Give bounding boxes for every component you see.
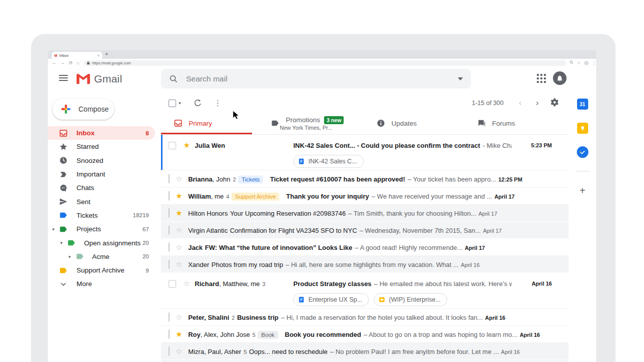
tab-forums[interactable]: Forums bbox=[464, 112, 515, 135]
sidebar-item-inbox[interactable]: Inbox 8 bbox=[48, 126, 155, 140]
more-options-icon[interactable]: ⋮ bbox=[214, 99, 222, 108]
address-bar[interactable]: https://mail.google.com bbox=[84, 60, 566, 66]
email-checkbox[interactable] bbox=[169, 329, 170, 339]
email-row[interactable]: ☆ Peter, Shalini2 Business trip– Hi, I m… bbox=[161, 309, 569, 326]
attachment-chip[interactable]: Enterprise UX Sp... bbox=[293, 293, 369, 306]
label-chip[interactable]: Book bbox=[258, 331, 278, 339]
attachment-chip[interactable]: (WIP) Enterprise... bbox=[374, 293, 447, 306]
google-apps-grid-icon[interactable] bbox=[537, 74, 546, 83]
sender-name-bold: Peter, Shalini bbox=[188, 314, 229, 321]
collapse-triangle-icon[interactable]: ▾ bbox=[51, 227, 56, 232]
keep-icon[interactable] bbox=[577, 123, 588, 134]
browser-menu-icon[interactable]: ⋮ bbox=[592, 61, 596, 65]
email-checkbox[interactable] bbox=[169, 259, 170, 269]
star-toggle-icon[interactable]: ☆ bbox=[176, 174, 182, 183]
sidebar-item-tickets[interactable]: Tickets 18219 bbox=[48, 209, 155, 222]
email-row[interactable]: ☆ Richard, Matthew, me3 Product Strategy… bbox=[161, 273, 569, 309]
browser-toolbar: ← → ⟳ ⌂ https://mail.google.com ☆ ⋮ bbox=[48, 59, 596, 67]
select-all-checkbox[interactable] bbox=[169, 100, 176, 107]
compose-button[interactable]: Compose bbox=[52, 99, 114, 120]
sidebar-item-acme[interactable]: ▸ Acme 20 bbox=[48, 250, 155, 263]
star-toggle-icon[interactable]: ☆ bbox=[176, 260, 182, 268]
star-toggle-icon[interactable]: ☆ bbox=[176, 226, 182, 234]
sidebar-item-sent[interactable]: Sent bbox=[48, 195, 155, 208]
home-icon[interactable]: ⌂ bbox=[77, 59, 79, 67]
tasks-icon[interactable] bbox=[577, 146, 588, 158]
collapse-triangle-icon[interactable]: ▾ bbox=[59, 240, 64, 245]
sidebar-item-more[interactable]: More bbox=[48, 277, 155, 291]
settings-gear-icon[interactable] bbox=[550, 98, 559, 109]
refresh-icon[interactable] bbox=[193, 99, 202, 108]
search-options-caret-icon[interactable] bbox=[458, 77, 463, 80]
email-checkbox[interactable] bbox=[169, 280, 176, 288]
search-bar[interactable] bbox=[161, 69, 471, 88]
notifications-bell-icon[interactable] bbox=[553, 71, 567, 85]
close-icon[interactable]: × bbox=[97, 53, 100, 58]
email-sender: Richard, Matthew, me3 bbox=[195, 280, 293, 288]
forward-icon[interactable]: → bbox=[60, 59, 65, 67]
expand-triangle-icon[interactable]: ▸ bbox=[67, 254, 72, 259]
sidebar-item-chats[interactable]: Chats bbox=[48, 181, 155, 195]
email-row[interactable]: ★ William, me4 Support Archive Thank you… bbox=[161, 188, 569, 205]
get-addons-plus-icon[interactable]: + bbox=[580, 185, 586, 197]
email-checkbox[interactable] bbox=[169, 312, 170, 322]
back-icon[interactable]: ← bbox=[52, 59, 56, 67]
label-chip[interactable]: Support Archive bbox=[231, 193, 279, 201]
sidebar-item-starred[interactable]: Starred bbox=[48, 140, 155, 153]
tab-promotions[interactable]: Promotions 3 new New York Times, Pr... bbox=[258, 112, 344, 135]
email-row[interactable]: ★ Hilton Honors Your Upcoming Reservatio… bbox=[161, 205, 569, 222]
sidebar-item-snoozed[interactable]: Snoozed bbox=[48, 154, 155, 167]
email-row[interactable]: ☆ Mizra, Paul, Asher5 Oops... need to re… bbox=[161, 343, 569, 360]
email-checkbox[interactable] bbox=[169, 346, 170, 356]
email-checkbox[interactable] bbox=[169, 208, 170, 218]
bookmark-star-icon[interactable]: ☆ bbox=[577, 61, 581, 65]
reload-icon[interactable]: ⟳ bbox=[69, 59, 73, 67]
browser-tab[interactable]: M Inbox × bbox=[52, 52, 102, 59]
sidebar-item-open-assignments[interactable]: ▾ Open assignments 20 bbox=[48, 236, 155, 249]
email-snippet: – Hi all, here are some highlights from … bbox=[286, 261, 459, 268]
star-toggle-icon[interactable]: ★ bbox=[176, 330, 182, 338]
email-row[interactable]: ☆ Brianna, John2 Tickets Ticket request … bbox=[161, 170, 569, 188]
star-toggle-icon[interactable]: ☆ bbox=[176, 347, 182, 355]
star-toggle-icon[interactable]: ☆ bbox=[182, 279, 191, 288]
email-date: 5:23 PM bbox=[512, 142, 552, 148]
email-checkbox[interactable] bbox=[169, 142, 176, 149]
sidebar-item-support-archive[interactable]: Support Archive 9 bbox=[48, 263, 155, 277]
email-snippet: – Your ticket has been appro... bbox=[408, 175, 496, 183]
search-input[interactable] bbox=[185, 74, 458, 84]
email-checkbox[interactable] bbox=[169, 225, 170, 235]
calendar-icon[interactable]: 31 bbox=[577, 99, 588, 110]
url-text: https://mail.google.com bbox=[92, 61, 131, 65]
select-caret-icon[interactable]: ▾ bbox=[179, 101, 181, 106]
label-chip[interactable]: Tickets bbox=[238, 175, 263, 184]
tab-primary[interactable]: Primary bbox=[161, 112, 212, 135]
email-row[interactable]: ☆ Jack FW: What “the future of innovatio… bbox=[161, 239, 569, 256]
email-checkbox[interactable] bbox=[169, 174, 170, 184]
email-subject: Oops... need to reschedule bbox=[249, 348, 328, 355]
email-row[interactable]: ★ Julia Wen INK-42 Sales Cont... - Could… bbox=[161, 135, 569, 170]
older-page-chevron-icon[interactable]: › bbox=[529, 99, 546, 108]
email-row[interactable]: ☆ Virgin Atlantic Confirmation for Fligh… bbox=[161, 222, 569, 239]
email-row[interactable]: ☆ Xander Photos from my road trip– Hi al… bbox=[161, 256, 569, 273]
newer-page-chevron-icon[interactable]: ‹ bbox=[512, 99, 529, 108]
sidebar-item-label: More bbox=[76, 280, 92, 288]
star-toggle-icon[interactable]: ☆ bbox=[176, 313, 182, 321]
zoom-search-icon[interactable] bbox=[570, 60, 574, 65]
browser-profile-avatar[interactable] bbox=[584, 61, 589, 65]
star-toggle-icon[interactable]: ★ bbox=[182, 141, 191, 150]
sidebar-item-projects[interactable]: ▾ Projects 67 bbox=[48, 222, 155, 236]
email-checkbox[interactable] bbox=[169, 242, 170, 252]
new-tab-button[interactable]: + bbox=[105, 51, 108, 57]
star-toggle-icon[interactable]: ☆ bbox=[176, 243, 182, 251]
email-date: April 17 bbox=[483, 228, 502, 234]
email-date: April 17 bbox=[495, 194, 515, 200]
star-toggle-icon[interactable]: ★ bbox=[176, 192, 182, 200]
sidebar-item-important[interactable]: Important bbox=[48, 167, 155, 181]
star-toggle-icon[interactable]: ★ bbox=[176, 209, 182, 217]
hamburger-menu-icon[interactable] bbox=[59, 75, 68, 81]
email-checkbox[interactable] bbox=[169, 191, 170, 201]
attachment-chip[interactable]: INK-42 Sales C... bbox=[293, 155, 364, 168]
tab-updates[interactable]: Updates bbox=[364, 112, 417, 135]
tab-label: Forums bbox=[492, 120, 515, 127]
email-row[interactable]: ★ Roy, Alex, John Jose5 Book Book you re… bbox=[161, 326, 569, 343]
